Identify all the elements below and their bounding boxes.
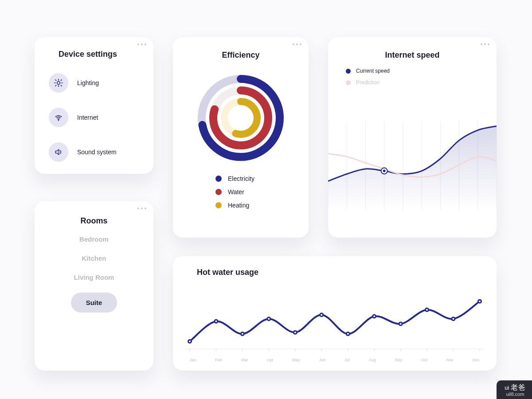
- svg-line-5: [61, 80, 62, 81]
- more-icon[interactable]: [137, 43, 146, 45]
- legend-dot-icon: [215, 189, 222, 195]
- more-icon[interactable]: [481, 43, 489, 45]
- svg-point-65: [479, 301, 481, 302]
- svg-point-59: [400, 323, 402, 325]
- device-settings-card: Device settings Lighting Internet Sound …: [35, 37, 153, 174]
- legend-item-current-speed: Current speed: [346, 68, 497, 74]
- room-item-living-room[interactable]: Living Room: [74, 274, 114, 281]
- x-axis-tick: Sep: [395, 358, 402, 362]
- internet-speed-chart: [328, 103, 497, 216]
- x-axis-tick: Apr: [267, 358, 274, 362]
- svg-point-9: [58, 120, 59, 121]
- legend-label: Electricity: [228, 175, 254, 182]
- room-item-suite[interactable]: Suite: [71, 293, 117, 313]
- x-axis-tick: Feb: [215, 358, 223, 362]
- legend-label: Water: [228, 188, 244, 196]
- watermark: ui 老爸 uil8.com: [497, 380, 532, 399]
- device-item-lighting[interactable]: Lighting: [46, 69, 142, 97]
- svg-point-53: [321, 314, 322, 316]
- device-item-internet[interactable]: Internet: [46, 103, 142, 132]
- efficiency-title: Efficiency: [185, 51, 296, 60]
- x-axis-tick: Oct: [421, 358, 427, 362]
- room-item-bedroom[interactable]: Bedroom: [79, 235, 109, 243]
- x-axis-tick: Dec: [473, 358, 480, 362]
- efficiency-card: Efficiency Electricity Water Heating: [173, 37, 309, 238]
- legend-label: Current speed: [356, 68, 390, 74]
- rooms-card: Rooms Bedroom Kitchen Living Room Suite: [35, 201, 153, 371]
- device-item-label: Internet: [77, 114, 98, 121]
- legend-dot-icon: [215, 202, 222, 208]
- svg-line-7: [55, 80, 56, 81]
- device-item-label: Sound system: [77, 149, 117, 156]
- watermark-prefix: ui: [505, 384, 509, 391]
- svg-point-63: [453, 318, 454, 320]
- legend-item-heating: Heating: [215, 202, 296, 209]
- hot-water-title: Hot water usage: [197, 268, 484, 277]
- x-axis-tick: May: [293, 358, 300, 362]
- speaker-icon: [49, 142, 68, 162]
- x-axis-tick: Aug: [369, 358, 376, 362]
- svg-point-47: [242, 333, 243, 335]
- svg-point-28: [383, 170, 386, 172]
- legend-label: Heating: [228, 202, 249, 209]
- x-axis-tick: Jul: [344, 358, 350, 362]
- svg-point-55: [347, 333, 349, 335]
- hot-water-x-axis: JanFebMarAprMayJunJulAugSepOctNovDec: [185, 358, 484, 362]
- room-item-kitchen[interactable]: Kitchen: [82, 254, 106, 262]
- svg-point-61: [426, 309, 428, 311]
- x-axis-tick: Mar: [241, 358, 248, 362]
- svg-point-51: [294, 332, 296, 333]
- legend-label: Prediction: [356, 79, 379, 86]
- internet-speed-card: Internet speed Current speed Prediction: [328, 37, 497, 238]
- watermark-brand: 老爸: [511, 383, 526, 391]
- svg-line-8: [61, 85, 62, 86]
- watermark-url: uil8.com: [505, 391, 526, 397]
- hot-water-card: Hot water usage JanFebMarAprMayJunJulAug…: [173, 256, 497, 371]
- rooms-list: Bedroom Kitchen Living Room Suite: [46, 235, 142, 313]
- rooms-title: Rooms: [46, 216, 142, 226]
- more-icon[interactable]: [137, 207, 146, 209]
- legend-dot-icon: [346, 80, 351, 85]
- efficiency-legend: Electricity Water Heating: [185, 175, 296, 209]
- internet-speed-legend: Current speed Prediction: [328, 68, 497, 86]
- wifi-icon: [49, 108, 68, 127]
- hot-water-chart: [185, 279, 484, 356]
- x-axis-tick: Nov: [446, 358, 454, 362]
- svg-point-43: [189, 340, 191, 342]
- svg-point-57: [373, 316, 375, 317]
- svg-marker-10: [55, 149, 59, 155]
- legend-item-water: Water: [215, 188, 296, 196]
- x-axis-tick: Jan: [190, 358, 196, 362]
- legend-dot-icon: [215, 176, 222, 182]
- legend-dot-icon: [346, 69, 351, 74]
- more-icon[interactable]: [293, 43, 301, 45]
- x-axis-tick: Jun: [319, 358, 326, 362]
- device-settings-list: Lighting Internet Sound system: [46, 69, 142, 166]
- svg-point-45: [215, 321, 217, 322]
- legend-item-prediction: Prediction: [346, 79, 497, 86]
- svg-point-0: [57, 82, 60, 85]
- device-settings-title: Device settings: [59, 50, 142, 59]
- device-item-sound-system[interactable]: Sound system: [46, 138, 142, 166]
- efficiency-chart: [185, 71, 296, 164]
- svg-line-6: [55, 85, 56, 86]
- legend-item-electricity: Electricity: [215, 175, 296, 182]
- svg-point-49: [268, 318, 270, 320]
- lightbulb-icon: [49, 73, 68, 93]
- device-item-label: Lighting: [77, 79, 99, 86]
- internet-speed-title: Internet speed: [328, 51, 497, 60]
